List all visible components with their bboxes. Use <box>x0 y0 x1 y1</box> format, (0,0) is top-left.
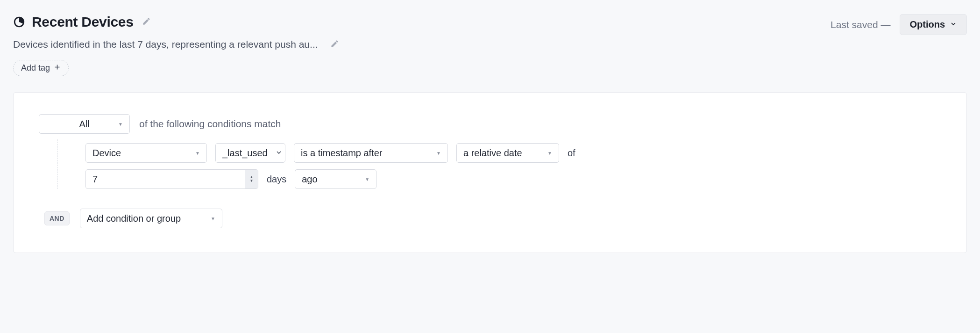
caret-down-icon: ▼ <box>436 151 441 156</box>
caret-down-icon: ▼ <box>195 151 200 156</box>
page-description: Devices identified in the last 7 days, r… <box>13 39 318 50</box>
number-spinner[interactable]: ▲ ▼ <box>245 170 258 188</box>
chevron-down-icon <box>275 148 283 159</box>
direction-select[interactable]: ago ▼ <box>295 169 376 189</box>
options-button[interactable]: Options <box>900 14 967 35</box>
and-chip: AND <box>44 211 70 225</box>
caret-down-icon: ▼ <box>365 177 369 182</box>
caret-down-icon: ▼ <box>250 179 254 183</box>
page-title: Recent Devices <box>32 14 134 30</box>
relative-mode-value: a relative date <box>463 148 522 159</box>
edit-description-button[interactable] <box>328 37 341 51</box>
unit-label: days <box>267 174 286 185</box>
match-mode-value: All <box>79 119 89 130</box>
conditions-panel: All ▼ of the following conditions match … <box>13 92 967 253</box>
add-condition-select[interactable]: Add condition or group ▼ <box>80 209 222 228</box>
field-select[interactable]: _last_used <box>215 143 285 163</box>
attribute-value: Device <box>92 148 121 159</box>
value-display: 7 <box>92 174 245 185</box>
caret-down-icon: ▼ <box>118 122 123 127</box>
direction-value: ago <box>302 174 317 185</box>
edit-title-button[interactable] <box>140 15 153 29</box>
add-tag-label: Add tag <box>21 63 50 73</box>
pencil-icon <box>330 39 339 50</box>
tree-connector <box>57 139 58 189</box>
field-value: _last_used <box>222 148 268 159</box>
operator-value: is a timestamp after <box>301 148 383 159</box>
attribute-select[interactable]: Device ▼ <box>85 143 207 163</box>
caret-down-icon: ▼ <box>547 151 552 156</box>
value-input[interactable]: 7 ▲ ▼ <box>85 169 258 189</box>
add-tag-button[interactable]: Add tag <box>13 60 69 76</box>
plus-icon <box>54 63 61 73</box>
match-text: of the following conditions match <box>139 118 281 130</box>
add-condition-label: Add condition or group <box>87 213 181 224</box>
of-label: of <box>568 148 575 159</box>
pencil-icon <box>142 17 151 27</box>
caret-down-icon: ▼ <box>211 216 215 221</box>
operator-select[interactable]: is a timestamp after ▼ <box>294 143 448 163</box>
relative-mode-select[interactable]: a relative date ▼ <box>456 143 559 163</box>
segment-icon <box>13 16 25 28</box>
options-label: Options <box>909 19 945 30</box>
match-mode-select[interactable]: All ▼ <box>39 114 130 134</box>
chevron-down-icon <box>950 19 957 30</box>
last-saved-text: Last saved — <box>831 19 890 30</box>
